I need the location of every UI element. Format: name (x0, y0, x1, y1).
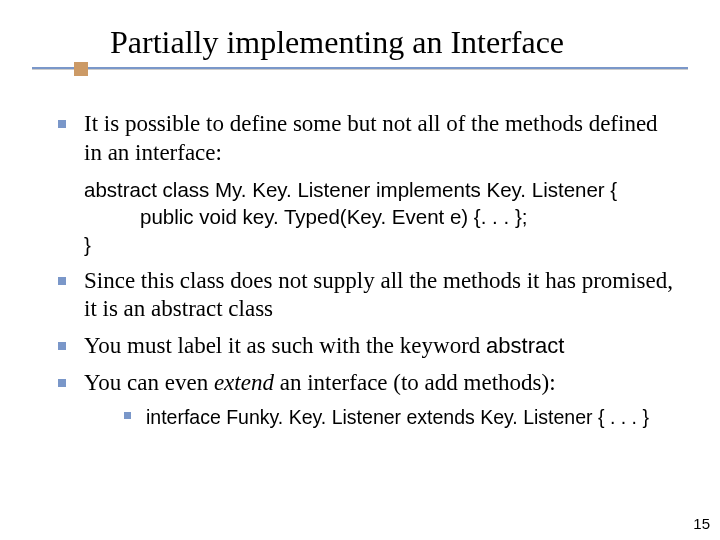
keyword-abstract: abstract (486, 333, 564, 358)
title-accent-square (74, 62, 88, 76)
code-line: } (84, 231, 680, 259)
title-hairline (32, 69, 688, 70)
bullet-text: It is possible to define some but not al… (84, 111, 658, 165)
bullet-item: It is possible to define some but not al… (50, 110, 680, 168)
slide-body: It is possible to define some but not al… (50, 110, 680, 438)
slide-title: Partially implementing an Interface (110, 24, 688, 61)
code-block: abstract class My. Key. Listener impleme… (84, 176, 680, 259)
bullet-text-pre: You must label it as such with the keywo… (84, 333, 486, 358)
title-area: Partially implementing an Interface (32, 24, 688, 70)
slide: Partially implementing an Interface It i… (0, 0, 720, 540)
bullet-text-post: an interface (to add methods): (274, 370, 556, 395)
bullet-text-pre: You can even (84, 370, 214, 395)
bullet-text: Since this class does not supply all the… (84, 268, 673, 322)
bullet-item: Since this class does not supply all the… (50, 267, 680, 325)
code-line: abstract class My. Key. Listener impleme… (84, 176, 680, 204)
sub-code-text: interface Funky. Key. Listener extends K… (146, 406, 649, 428)
sub-bullet-item: interface Funky. Key. Listener extends K… (118, 404, 680, 430)
title-underline (32, 67, 688, 69)
page-number: 15 (693, 515, 710, 532)
bullet-item: You must label it as such with the keywo… (50, 332, 680, 361)
code-line: public void key. Typed(Key. Event e) {. … (84, 203, 680, 231)
sub-bullet-list: interface Funky. Key. Listener extends K… (118, 404, 680, 430)
bullet-list: It is possible to define some but not al… (50, 110, 680, 430)
bullet-item: You can even extend an interface (to add… (50, 369, 680, 430)
emphasis-extend: extend (214, 370, 274, 395)
